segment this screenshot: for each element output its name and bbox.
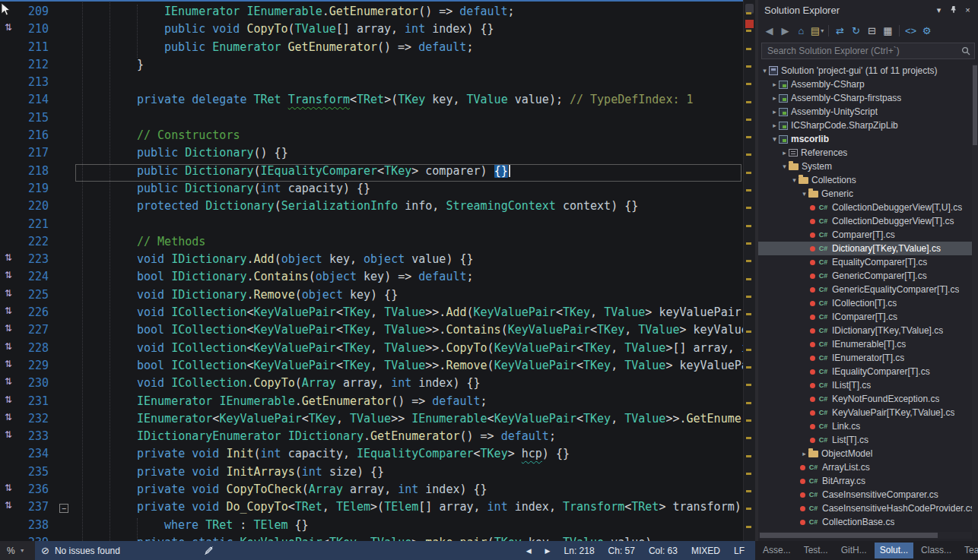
panel-tab[interactable]: Asse...	[757, 543, 796, 558]
code-line[interactable]: ⇅230void ICollection.CopyTo(Array array,…	[0, 376, 743, 394]
expander-icon[interactable]: ▸	[770, 122, 779, 129]
code-line[interactable]: ⇅237−private void Do_CopyTo<TRet, TElem>…	[0, 500, 743, 517]
tree-item[interactable]: ▸References	[758, 146, 972, 160]
code-line[interactable]: 221	[0, 217, 743, 235]
line-number[interactable]: 218	[17, 164, 53, 182]
code-line[interactable]: 220protected Dictionary(SerializationInf…	[0, 199, 743, 217]
implements-icon[interactable]: ⇅	[5, 429, 12, 440]
tree-item[interactable]: ▸Assembly-CSharp-firstpass	[758, 91, 972, 105]
panel-tab[interactable]: Tea...	[959, 543, 978, 558]
code-text[interactable]: // Constructors	[76, 128, 743, 146]
issues-status[interactable]: No issues found	[55, 546, 120, 556]
tree-item[interactable]: C#List[T].cs	[758, 433, 972, 447]
tree-item[interactable]: C#IComparer[T].cs	[758, 310, 972, 324]
line-number[interactable]: 231	[17, 394, 53, 412]
code-line[interactable]: 234private void Init(int capacity, IEqua…	[0, 447, 743, 464]
implements-icon[interactable]: ⇅	[5, 252, 12, 263]
code-text[interactable]: public Dictionary() {}	[76, 146, 743, 163]
tree-horizontal-scrollbar[interactable]	[758, 532, 972, 539]
code-line[interactable]: ⇅223void IDictionary.Add(object key, obj…	[0, 252, 743, 270]
status-item[interactable]: Col: 63	[649, 546, 678, 556]
line-number[interactable]: 223	[17, 252, 53, 270]
scrollbar-thumb[interactable]	[760, 533, 938, 538]
implements-icon[interactable]: ⇅	[5, 359, 12, 369]
expander-icon[interactable]: ▾	[780, 163, 789, 170]
line-number[interactable]: 210	[17, 22, 53, 40]
tree-item[interactable]: ▸Assembly-CSharp	[758, 78, 972, 91]
tree-item[interactable]: C#CollectionBase.cs	[758, 515, 972, 529]
tree-item[interactable]: C#BitArray.cs	[758, 474, 972, 488]
window-menu-button[interactable]: ▾	[932, 3, 946, 17]
tree-item[interactable]: C#CaseInsensitiveComparer.cs	[758, 488, 972, 501]
sync-with-active-document-button[interactable]: ⇄	[833, 23, 847, 38]
tree-item[interactable]: C#GenericEqualityComparer[T].cs	[758, 283, 972, 296]
code-line[interactable]: 212}	[0, 58, 743, 75]
code-line[interactable]: 215	[0, 111, 743, 128]
code-text[interactable]: private delegate TRet Transform<TRet>(TK…	[76, 93, 743, 110]
tree-item[interactable]: C#IList[T].cs	[758, 378, 972, 392]
editor-scrollbar[interactable]	[743, 0, 755, 541]
code-text[interactable]: bool ICollection<KeyValuePair<TKey, TVal…	[76, 323, 743, 340]
line-number[interactable]: 226	[17, 305, 53, 323]
code-text[interactable]: bool ICollection<KeyValuePair<TKey, TVal…	[76, 359, 743, 376]
code-line[interactable]: 235private void InitArrays(int size) {}	[0, 465, 743, 482]
forward-button[interactable]: ▶	[778, 23, 792, 38]
implements-icon[interactable]: ⇅	[5, 412, 12, 422]
line-number[interactable]: 236	[17, 482, 53, 500]
code-line[interactable]: ⇅228void ICollection<KeyValuePair<TKey, …	[0, 341, 743, 359]
code-line[interactable]: 218public Dictionary(IEqualityComparer<T…	[0, 164, 743, 182]
line-number[interactable]: 220	[17, 199, 53, 217]
code-text[interactable]: }	[76, 58, 743, 75]
line-number[interactable]: 230	[17, 376, 53, 394]
line-number[interactable]: 228	[17, 341, 53, 359]
implements-icon[interactable]: ⇅	[5, 394, 12, 405]
implements-icon[interactable]: ⇅	[5, 288, 12, 299]
line-number[interactable]: 239	[17, 536, 53, 541]
tree-item[interactable]: C#GenericComparer[T].cs	[758, 269, 972, 283]
panel-tab[interactable]: Test...	[799, 543, 834, 558]
code-line[interactable]: ⇅210public void CopyTo(TValue[] array, i…	[0, 22, 743, 40]
implements-icon[interactable]: ⇅	[5, 500, 12, 511]
line-number[interactable]: 216	[17, 128, 53, 146]
implements-icon[interactable]: ⇅	[5, 376, 12, 387]
implements-icon[interactable]: ⇅	[5, 341, 12, 352]
search-icon[interactable]	[961, 46, 970, 55]
code-line[interactable]: ⇅232IEnumerator<KeyValuePair<TKey, TValu…	[0, 412, 743, 429]
home-button[interactable]: ⌂	[794, 23, 808, 38]
track-changes-icon[interactable]	[204, 546, 214, 555]
line-number[interactable]: 235	[17, 465, 53, 482]
code-line[interactable]: 219public Dictionary(int capacity) {}	[0, 182, 743, 199]
refresh-button[interactable]: ↻	[849, 23, 863, 38]
expander-icon[interactable]: ▸	[800, 450, 808, 457]
code-text[interactable]: IEnumerator<KeyValuePair<TKey, TValue>> …	[76, 412, 743, 429]
pin-button[interactable]	[946, 3, 961, 17]
nest-related-files-button[interactable]: ⊟	[865, 23, 879, 38]
code-line[interactable]: ⇅224bool IDictionary.Contains(object key…	[0, 270, 743, 287]
code-line[interactable]: ⇅229bool ICollection<KeyValuePair<TKey, …	[0, 359, 743, 376]
code-text[interactable]: where TRet : TElem {}	[76, 518, 743, 536]
code-text[interactable]: protected Dictionary(SerializationInfo i…	[76, 199, 743, 217]
code-text[interactable]: public Dictionary(int capacity) {}	[76, 182, 743, 199]
panel-tab[interactable]: GitH...	[836, 543, 872, 558]
implements-icon[interactable]: ⇅	[5, 482, 12, 493]
implements-icon[interactable]: ⇅	[5, 305, 12, 316]
code-text[interactable]: bool IDictionary.Contains(object key) =>…	[76, 270, 743, 287]
tree-item[interactable]: C#IEnumerable[T].cs	[758, 337, 972, 351]
code-text[interactable]: // Methods	[76, 235, 743, 252]
line-number[interactable]: 237	[17, 500, 53, 517]
line-number[interactable]: 233	[17, 429, 53, 447]
code-line[interactable]: 209IEnumerator IEnumerable.GetEnumerator…	[0, 5, 743, 22]
code-text[interactable]: IEnumerator IEnumerable.GetEnumerator() …	[76, 5, 743, 22]
implements-icon[interactable]: ⇅	[5, 323, 12, 334]
search-input[interactable]	[766, 45, 961, 57]
code-text[interactable]: private void CopyToCheck(Array array, in…	[76, 482, 743, 500]
expander-icon[interactable]: ▸	[770, 108, 779, 115]
expander-icon[interactable]: ▾	[790, 176, 799, 184]
line-number[interactable]: 238	[17, 518, 53, 536]
line-number[interactable]: 222	[17, 235, 53, 252]
line-number[interactable]: 224	[17, 270, 53, 287]
tree-item[interactable]: C#ICollection[T].cs	[758, 296, 972, 310]
zoom-control[interactable]: % ▼	[0, 541, 35, 560]
code-line[interactable]: ⇅233IDictionaryEnumerator IDictionary.Ge…	[0, 429, 743, 447]
back-button[interactable]: ◀	[762, 23, 776, 38]
